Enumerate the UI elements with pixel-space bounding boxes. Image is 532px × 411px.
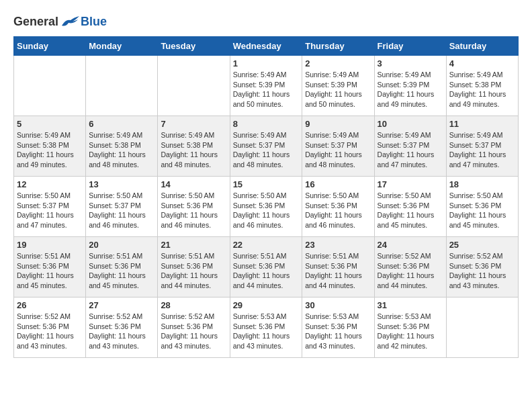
calendar-week-row: 12Sunrise: 5:50 AM Sunset: 5:37 PM Dayli…: [14, 177, 519, 237]
day-info: Sunrise: 5:52 AM Sunset: 5:36 PM Dayligh…: [449, 251, 515, 291]
day-number: 4: [449, 58, 515, 68]
weekday-header-row: SundayMondayTuesdayWednesdayThursdayFrid…: [14, 37, 519, 56]
logo-blue-text: Blue: [81, 15, 107, 29]
calendar-cell: 6Sunrise: 5:49 AM Sunset: 5:38 PM Daylig…: [86, 116, 158, 177]
day-number: 11: [449, 119, 515, 129]
weekday-header: Saturday: [446, 37, 518, 56]
day-number: 14: [161, 179, 226, 189]
page-header: General Blue: [13, 13, 519, 30]
day-info: Sunrise: 5:49 AM Sunset: 5:37 PM Dayligh…: [449, 130, 515, 170]
day-number: 9: [305, 119, 371, 129]
day-info: Sunrise: 5:49 AM Sunset: 5:38 PM Dayligh…: [89, 130, 154, 170]
day-info: Sunrise: 5:50 AM Sunset: 5:37 PM Dayligh…: [17, 191, 83, 230]
calendar-week-row: 5Sunrise: 5:49 AM Sunset: 5:38 PM Daylig…: [14, 116, 519, 177]
day-number: 23: [305, 240, 371, 250]
calendar-cell: 16Sunrise: 5:50 AM Sunset: 5:36 PM Dayli…: [302, 177, 374, 237]
calendar-cell: 3Sunrise: 5:49 AM Sunset: 5:39 PM Daylig…: [374, 56, 446, 116]
calendar-cell: 19Sunrise: 5:51 AM Sunset: 5:36 PM Dayli…: [14, 237, 86, 298]
calendar-week-row: 1Sunrise: 5:49 AM Sunset: 5:39 PM Daylig…: [14, 56, 519, 116]
day-info: Sunrise: 5:52 AM Sunset: 5:36 PM Dayligh…: [17, 312, 83, 351]
day-info: Sunrise: 5:52 AM Sunset: 5:36 PM Dayligh…: [89, 312, 154, 351]
calendar-cell: 18Sunrise: 5:50 AM Sunset: 5:36 PM Dayli…: [446, 177, 518, 237]
day-number: 20: [89, 240, 154, 250]
calendar-cell: 9Sunrise: 5:49 AM Sunset: 5:37 PM Daylig…: [302, 116, 374, 177]
calendar-cell: 12Sunrise: 5:50 AM Sunset: 5:37 PM Dayli…: [14, 177, 86, 237]
day-number: 17: [378, 179, 443, 189]
day-info: Sunrise: 5:52 AM Sunset: 5:36 PM Dayligh…: [161, 312, 226, 351]
day-info: Sunrise: 5:49 AM Sunset: 5:39 PM Dayligh…: [305, 70, 371, 109]
calendar-cell: [14, 56, 86, 116]
day-info: Sunrise: 5:50 AM Sunset: 5:36 PM Dayligh…: [449, 191, 515, 230]
day-number: 16: [305, 179, 371, 189]
day-number: 7: [161, 119, 226, 129]
day-number: 27: [89, 300, 154, 310]
day-info: Sunrise: 5:53 AM Sunset: 5:36 PM Dayligh…: [233, 312, 300, 351]
calendar-cell: 1Sunrise: 5:49 AM Sunset: 5:39 PM Daylig…: [230, 56, 302, 116]
calendar-cell: 21Sunrise: 5:51 AM Sunset: 5:36 PM Dayli…: [158, 237, 230, 298]
calendar-cell: 24Sunrise: 5:52 AM Sunset: 5:36 PM Dayli…: [374, 237, 446, 298]
day-number: 18: [449, 179, 515, 189]
day-number: 13: [89, 179, 154, 189]
day-info: Sunrise: 5:49 AM Sunset: 5:37 PM Dayligh…: [233, 130, 300, 170]
day-info: Sunrise: 5:51 AM Sunset: 5:36 PM Dayligh…: [233, 251, 300, 291]
day-info: Sunrise: 5:53 AM Sunset: 5:36 PM Dayligh…: [378, 312, 443, 351]
day-info: Sunrise: 5:50 AM Sunset: 5:36 PM Dayligh…: [233, 191, 300, 230]
calendar-cell: 11Sunrise: 5:49 AM Sunset: 5:37 PM Dayli…: [446, 116, 518, 177]
calendar-cell: 14Sunrise: 5:50 AM Sunset: 5:36 PM Dayli…: [158, 177, 230, 237]
calendar-cell: 10Sunrise: 5:49 AM Sunset: 5:37 PM Dayli…: [374, 116, 446, 177]
logo: General Blue: [13, 13, 107, 30]
day-info: Sunrise: 5:51 AM Sunset: 5:36 PM Dayligh…: [305, 251, 371, 291]
day-number: 24: [378, 240, 443, 250]
calendar-table: SundayMondayTuesdayWednesdayThursdayFrid…: [13, 36, 519, 358]
day-number: 22: [233, 240, 300, 250]
weekday-header: Friday: [374, 37, 446, 56]
calendar-cell: 15Sunrise: 5:50 AM Sunset: 5:36 PM Dayli…: [230, 177, 302, 237]
calendar-cell: 31Sunrise: 5:53 AM Sunset: 5:36 PM Dayli…: [374, 298, 446, 358]
calendar-cell: 22Sunrise: 5:51 AM Sunset: 5:36 PM Dayli…: [230, 237, 302, 298]
day-number: 26: [17, 300, 83, 310]
day-number: 31: [378, 300, 443, 310]
day-info: Sunrise: 5:49 AM Sunset: 5:38 PM Dayligh…: [449, 70, 515, 109]
weekday-header: Monday: [86, 37, 158, 56]
day-number: 21: [161, 240, 226, 250]
calendar-cell: 5Sunrise: 5:49 AM Sunset: 5:38 PM Daylig…: [14, 116, 86, 177]
day-number: 2: [305, 58, 371, 68]
calendar-cell: 26Sunrise: 5:52 AM Sunset: 5:36 PM Dayli…: [14, 298, 86, 358]
day-number: 19: [17, 240, 83, 250]
day-number: 8: [233, 119, 300, 129]
calendar-cell: 27Sunrise: 5:52 AM Sunset: 5:36 PM Dayli…: [86, 298, 158, 358]
calendar-cell: [158, 56, 230, 116]
weekday-header: Thursday: [302, 37, 374, 56]
day-number: 28: [161, 300, 226, 310]
logo-general-text: General: [13, 15, 58, 29]
day-number: 12: [17, 179, 83, 189]
calendar-cell: 2Sunrise: 5:49 AM Sunset: 5:39 PM Daylig…: [302, 56, 374, 116]
day-info: Sunrise: 5:49 AM Sunset: 5:37 PM Dayligh…: [378, 130, 443, 170]
calendar-cell: 4Sunrise: 5:49 AM Sunset: 5:38 PM Daylig…: [446, 56, 518, 116]
calendar-cell: 17Sunrise: 5:50 AM Sunset: 5:36 PM Dayli…: [374, 177, 446, 237]
day-info: Sunrise: 5:50 AM Sunset: 5:36 PM Dayligh…: [305, 191, 371, 230]
calendar-cell: 23Sunrise: 5:51 AM Sunset: 5:36 PM Dayli…: [302, 237, 374, 298]
day-number: 3: [378, 58, 443, 68]
calendar-cell: 28Sunrise: 5:52 AM Sunset: 5:36 PM Dayli…: [158, 298, 230, 358]
weekday-header: Wednesday: [230, 37, 302, 56]
day-info: Sunrise: 5:51 AM Sunset: 5:36 PM Dayligh…: [17, 251, 83, 291]
calendar-cell: [446, 298, 518, 358]
day-info: Sunrise: 5:53 AM Sunset: 5:36 PM Dayligh…: [305, 312, 371, 351]
logo-bird-icon: [60, 13, 81, 30]
day-info: Sunrise: 5:49 AM Sunset: 5:37 PM Dayligh…: [305, 130, 371, 170]
weekday-header: Sunday: [14, 37, 86, 56]
day-number: 30: [305, 300, 371, 310]
day-info: Sunrise: 5:50 AM Sunset: 5:36 PM Dayligh…: [161, 191, 226, 230]
day-info: Sunrise: 5:51 AM Sunset: 5:36 PM Dayligh…: [161, 251, 226, 291]
day-number: 25: [449, 240, 515, 250]
weekday-header: Tuesday: [158, 37, 230, 56]
day-number: 10: [378, 119, 443, 129]
day-info: Sunrise: 5:49 AM Sunset: 5:39 PM Dayligh…: [378, 70, 443, 109]
day-info: Sunrise: 5:51 AM Sunset: 5:36 PM Dayligh…: [89, 251, 154, 291]
calendar-cell: 20Sunrise: 5:51 AM Sunset: 5:36 PM Dayli…: [86, 237, 158, 298]
calendar-cell: 8Sunrise: 5:49 AM Sunset: 5:37 PM Daylig…: [230, 116, 302, 177]
day-number: 29: [233, 300, 300, 310]
day-info: Sunrise: 5:50 AM Sunset: 5:36 PM Dayligh…: [378, 191, 443, 230]
day-number: 6: [89, 119, 154, 129]
